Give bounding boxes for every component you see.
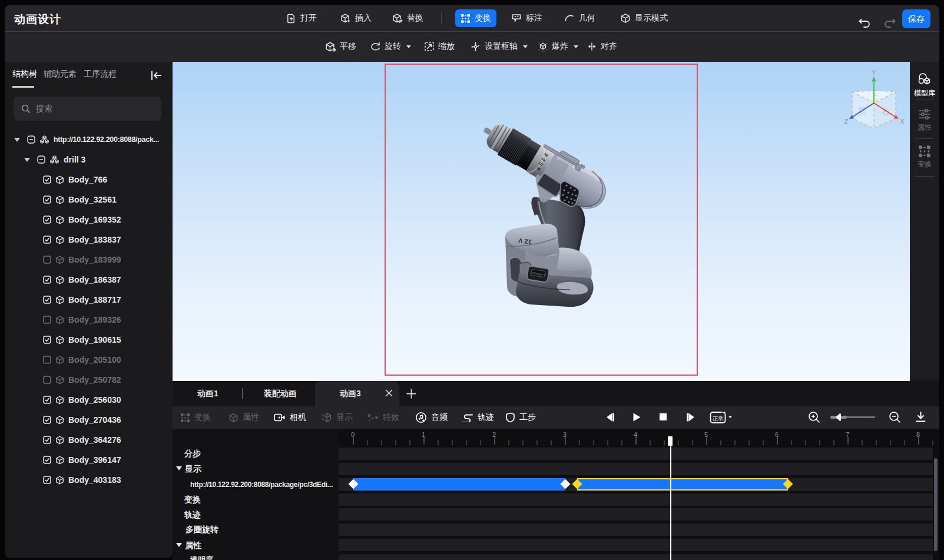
svg-text:正常: 正常	[713, 415, 724, 422]
svg-text:Y: Y	[872, 69, 876, 76]
svg-text:X: X	[900, 118, 905, 125]
svg-text:Z: Z	[844, 118, 849, 125]
